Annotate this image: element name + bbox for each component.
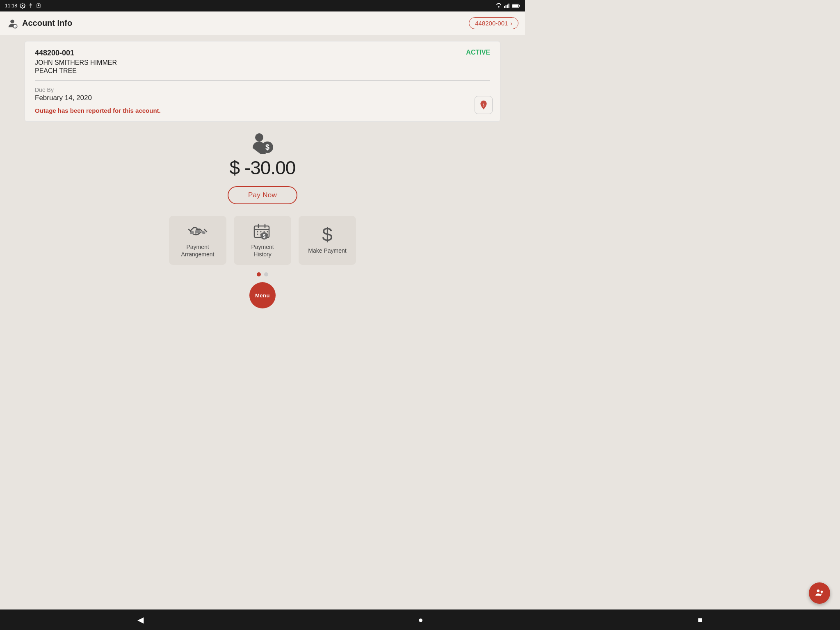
svg-point-1 — [30, 3, 31, 4]
status-right — [495, 3, 520, 8]
svg-rect-10 — [512, 5, 518, 7]
menu-button[interactable]: Menu — [249, 282, 276, 308]
battery-icon — [512, 3, 520, 8]
svg-rect-20 — [195, 230, 201, 233]
svg-point-11 — [10, 19, 14, 23]
account-chip[interactable]: 448200-001 › — [469, 17, 518, 29]
make-payment-tile[interactable]: $ Make Payment — [299, 216, 356, 265]
svg-point-25 — [257, 231, 258, 232]
app-bar: i Account Info 448200-001 › — [0, 11, 525, 35]
svg-point-29 — [257, 233, 258, 235]
divider — [35, 80, 490, 81]
payment-history-tile[interactable]: $ PaymentHistory — [234, 216, 291, 265]
svg-text:$: $ — [322, 226, 333, 244]
account-name: JOHN SMITHERS HIMMER — [35, 59, 490, 66]
balance-amount: $ -30.00 — [230, 157, 296, 179]
status-left: 11:18 — [5, 3, 41, 9]
payment-arrangement-label: PaymentArrangement — [181, 243, 215, 258]
status-bar: 11:18 — [0, 0, 525, 11]
dots-indicator — [257, 272, 268, 276]
svg-rect-4 — [504, 6, 505, 8]
balance-section: $ $ -30.00 — [230, 132, 296, 179]
account-icon: i — [7, 18, 18, 29]
svg-rect-6 — [507, 5, 508, 8]
handshake-icon — [187, 223, 208, 240]
make-payment-label: Make Payment — [308, 247, 346, 254]
svg-text:$: $ — [263, 233, 266, 239]
svg-point-26 — [260, 231, 262, 232]
sim-icon — [36, 3, 41, 9]
account-location: PEACH TREE — [35, 67, 490, 75]
svg-point-15 — [255, 133, 263, 142]
balance-icon: $ — [250, 132, 275, 154]
account-status: ACTIVE — [466, 49, 490, 56]
svg-text:$: $ — [265, 143, 269, 151]
account-number: 448200-001 — [35, 49, 74, 57]
dot-1 — [257, 272, 261, 276]
action-tiles: PaymentArrangement — [169, 216, 356, 265]
account-chip-number: 448200-001 — [475, 20, 508, 27]
svg-rect-5 — [506, 5, 507, 8]
chevron-right-icon: › — [510, 20, 512, 27]
app-bar-title: Account Info — [22, 18, 72, 28]
outage-icon-button[interactable] — [475, 96, 493, 114]
accessibility-icon — [28, 3, 34, 9]
svg-point-0 — [22, 5, 23, 7]
pay-now-button[interactable]: Pay Now — [228, 186, 297, 204]
app-bar-left: i Account Info — [7, 18, 72, 29]
due-date: February 14, 2020 — [35, 94, 490, 102]
svg-rect-7 — [509, 4, 509, 8]
account-card-header: 448200-001 ACTIVE — [35, 49, 490, 57]
payment-history-label: PaymentHistory — [251, 243, 274, 258]
signal-icon — [504, 3, 510, 8]
payment-arrangement-tile[interactable]: PaymentArrangement — [169, 216, 226, 265]
wifi-icon — [495, 3, 502, 8]
svg-rect-3 — [38, 5, 39, 6]
svg-rect-9 — [519, 5, 520, 7]
lightning-location-icon — [478, 100, 489, 110]
account-card: 448200-001 ACTIVE JOHN SMITHERS HIMMER P… — [25, 41, 500, 122]
main-content: 448200-001 ACTIVE JOHN SMITHERS HIMMER P… — [0, 35, 525, 314]
due-label: Due By — [35, 87, 490, 93]
time-display: 11:18 — [5, 3, 17, 9]
dollar-sign-icon: $ — [317, 226, 338, 244]
svg-point-28 — [267, 231, 268, 232]
dot-2 — [264, 272, 268, 276]
outage-message: Outage has been reported for this accoun… — [35, 107, 490, 114]
calendar-dollar-icon: $ — [252, 223, 273, 240]
settings-icon — [20, 3, 25, 9]
